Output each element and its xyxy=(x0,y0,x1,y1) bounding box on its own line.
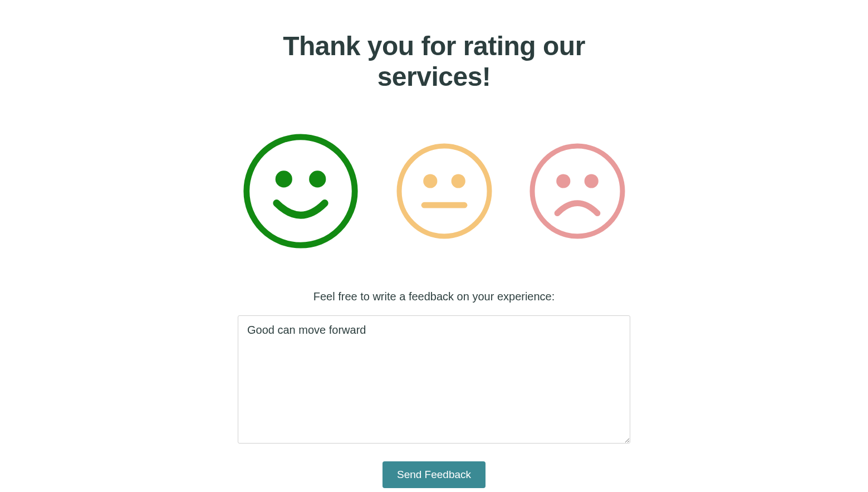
page-title: Thank you for rating our services! xyxy=(238,31,630,92)
svg-point-0 xyxy=(247,137,355,245)
svg-point-5 xyxy=(451,174,465,188)
feedback-form: Thank you for rating our services! xyxy=(238,31,630,488)
svg-point-7 xyxy=(532,146,622,236)
svg-point-3 xyxy=(399,146,489,236)
neutral-face-button[interactable] xyxy=(394,141,494,241)
feedback-prompt: Feel free to write a feedback on your ex… xyxy=(238,290,630,303)
happy-face-button[interactable] xyxy=(241,131,361,251)
svg-point-2 xyxy=(309,171,326,187)
sad-face-button[interactable] xyxy=(527,141,627,241)
svg-point-8 xyxy=(556,174,570,188)
svg-point-4 xyxy=(423,174,437,188)
happy-face-icon xyxy=(241,131,361,251)
rating-faces-row xyxy=(238,131,630,251)
neutral-face-icon xyxy=(394,141,494,241)
sad-face-icon xyxy=(527,141,627,241)
svg-point-9 xyxy=(585,174,599,188)
send-feedback-button[interactable]: Send Feedback xyxy=(382,461,486,488)
svg-point-1 xyxy=(276,171,292,187)
feedback-textarea[interactable] xyxy=(238,315,630,444)
